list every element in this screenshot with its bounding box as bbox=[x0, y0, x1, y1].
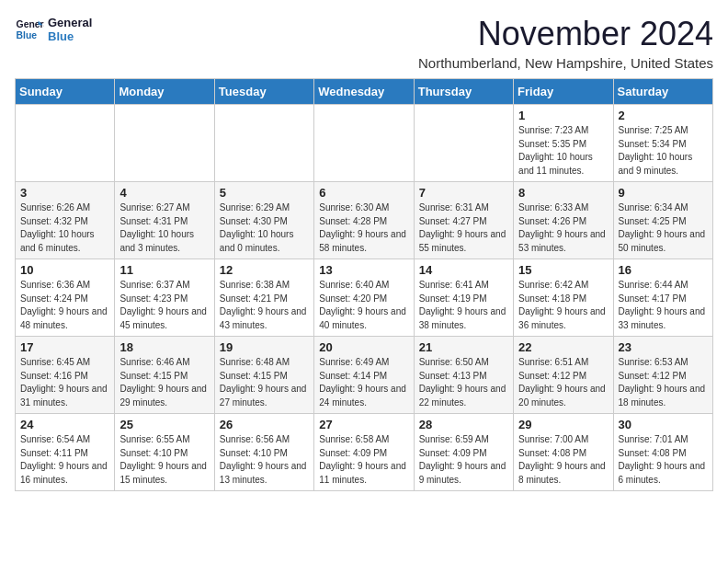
table-row: 3Sunrise: 6:26 AM Sunset: 4:32 PM Daylig… bbox=[16, 182, 115, 259]
day-info: Sunrise: 6:56 AM Sunset: 4:10 PM Dayligh… bbox=[220, 433, 309, 487]
day-info: Sunrise: 6:26 AM Sunset: 4:32 PM Dayligh… bbox=[20, 201, 109, 255]
table-row: 28Sunrise: 6:59 AM Sunset: 4:09 PM Dayli… bbox=[414, 414, 513, 491]
day-info: Sunrise: 6:46 AM Sunset: 4:15 PM Dayligh… bbox=[119, 356, 209, 409]
day-number: 1 bbox=[518, 109, 608, 122]
logo: General Blue General Blue bbox=[15, 15, 92, 44]
table-row: 19Sunrise: 6:48 AM Sunset: 4:15 PM Dayli… bbox=[214, 337, 313, 414]
day-info: Sunrise: 6:51 AM Sunset: 4:12 PM Dayligh… bbox=[518, 356, 608, 409]
day-info: Sunrise: 6:40 AM Sunset: 4:20 PM Dayligh… bbox=[319, 279, 408, 332]
day-info: Sunrise: 6:58 AM Sunset: 4:09 PM Dayligh… bbox=[319, 433, 408, 487]
day-info: Sunrise: 6:50 AM Sunset: 4:13 PM Dayligh… bbox=[419, 356, 508, 409]
day-info: Sunrise: 6:33 AM Sunset: 4:26 PM Dayligh… bbox=[518, 201, 608, 255]
table-row: 13Sunrise: 6:40 AM Sunset: 4:20 PM Dayli… bbox=[314, 259, 414, 337]
table-row: 26Sunrise: 6:56 AM Sunset: 4:10 PM Dayli… bbox=[214, 414, 313, 491]
day-info: Sunrise: 7:25 AM Sunset: 5:34 PM Dayligh… bbox=[619, 124, 708, 178]
day-info: Sunrise: 6:42 AM Sunset: 4:18 PM Dayligh… bbox=[518, 279, 608, 332]
header-sunday: Sunday bbox=[16, 79, 115, 105]
table-row: 30Sunrise: 7:01 AM Sunset: 4:08 PM Dayli… bbox=[613, 414, 712, 491]
day-number: 24 bbox=[20, 418, 109, 431]
day-info: Sunrise: 6:44 AM Sunset: 4:17 PM Dayligh… bbox=[619, 279, 708, 332]
table-row: 12Sunrise: 6:38 AM Sunset: 4:21 PM Dayli… bbox=[214, 259, 313, 337]
day-info: Sunrise: 6:41 AM Sunset: 4:19 PM Dayligh… bbox=[419, 279, 508, 332]
table-row bbox=[16, 105, 115, 182]
calendar-week-row: 24Sunrise: 6:54 AM Sunset: 4:11 PM Dayli… bbox=[16, 414, 713, 491]
calendar-body: 1Sunrise: 7:23 AM Sunset: 5:35 PM Daylig… bbox=[16, 105, 713, 491]
header-saturday: Saturday bbox=[613, 79, 712, 105]
table-row: 4Sunrise: 6:27 AM Sunset: 4:31 PM Daylig… bbox=[115, 182, 214, 259]
calendar-week-row: 10Sunrise: 6:36 AM Sunset: 4:24 PM Dayli… bbox=[16, 259, 713, 337]
table-row: 14Sunrise: 6:41 AM Sunset: 4:19 PM Dayli… bbox=[414, 259, 513, 337]
table-row: 10Sunrise: 6:36 AM Sunset: 4:24 PM Dayli… bbox=[16, 259, 115, 337]
day-info: Sunrise: 7:23 AM Sunset: 5:35 PM Dayligh… bbox=[518, 124, 608, 178]
table-row: 25Sunrise: 6:55 AM Sunset: 4:10 PM Dayli… bbox=[115, 414, 214, 491]
day-number: 13 bbox=[319, 263, 408, 277]
day-number: 10 bbox=[20, 263, 109, 277]
day-number: 27 bbox=[319, 418, 408, 431]
day-info: Sunrise: 6:55 AM Sunset: 4:10 PM Dayligh… bbox=[119, 433, 209, 487]
day-number: 11 bbox=[119, 263, 209, 277]
logo-line2: Blue bbox=[48, 29, 92, 43]
table-row: 9Sunrise: 6:34 AM Sunset: 4:25 PM Daylig… bbox=[613, 182, 712, 259]
day-number: 8 bbox=[518, 186, 608, 200]
logo-line1: General bbox=[48, 16, 92, 29]
logo-icon: General Blue bbox=[15, 15, 44, 44]
day-number: 21 bbox=[419, 340, 508, 354]
day-number: 25 bbox=[119, 418, 209, 431]
table-row: 7Sunrise: 6:31 AM Sunset: 4:27 PM Daylig… bbox=[414, 182, 513, 259]
day-info: Sunrise: 6:29 AM Sunset: 4:30 PM Dayligh… bbox=[220, 201, 309, 255]
day-number: 6 bbox=[319, 186, 408, 200]
table-row: 1Sunrise: 7:23 AM Sunset: 5:35 PM Daylig… bbox=[514, 105, 613, 182]
table-row: 5Sunrise: 6:29 AM Sunset: 4:30 PM Daylig… bbox=[214, 182, 313, 259]
table-row bbox=[115, 105, 214, 182]
day-info: Sunrise: 6:53 AM Sunset: 4:12 PM Dayligh… bbox=[619, 356, 708, 409]
title-area: November 2024 Northumberland, New Hampsh… bbox=[418, 15, 713, 71]
day-number: 14 bbox=[419, 263, 508, 277]
day-number: 3 bbox=[20, 186, 109, 200]
day-info: Sunrise: 6:37 AM Sunset: 4:23 PM Dayligh… bbox=[119, 279, 209, 332]
table-row: 22Sunrise: 6:51 AM Sunset: 4:12 PM Dayli… bbox=[514, 337, 613, 414]
day-info: Sunrise: 6:36 AM Sunset: 4:24 PM Dayligh… bbox=[20, 279, 109, 332]
day-number: 9 bbox=[619, 186, 708, 200]
header-tuesday: Tuesday bbox=[214, 79, 313, 105]
day-number: 26 bbox=[220, 418, 309, 431]
day-number: 12 bbox=[220, 263, 309, 277]
table-row: 27Sunrise: 6:58 AM Sunset: 4:09 PM Dayli… bbox=[314, 414, 414, 491]
page-header: General Blue General Blue November 2024 … bbox=[15, 15, 713, 71]
table-row: 11Sunrise: 6:37 AM Sunset: 4:23 PM Dayli… bbox=[115, 259, 214, 337]
day-number: 19 bbox=[220, 340, 309, 354]
day-number: 16 bbox=[619, 263, 708, 277]
day-number: 17 bbox=[20, 340, 109, 354]
day-number: 2 bbox=[619, 109, 708, 122]
calendar-week-row: 3Sunrise: 6:26 AM Sunset: 4:32 PM Daylig… bbox=[16, 182, 713, 259]
header-wednesday: Wednesday bbox=[314, 79, 414, 105]
day-number: 5 bbox=[220, 186, 309, 200]
day-info: Sunrise: 6:48 AM Sunset: 4:15 PM Dayligh… bbox=[220, 356, 309, 409]
table-row: 8Sunrise: 6:33 AM Sunset: 4:26 PM Daylig… bbox=[514, 182, 613, 259]
day-info: Sunrise: 6:54 AM Sunset: 4:11 PM Dayligh… bbox=[20, 433, 109, 487]
day-info: Sunrise: 6:34 AM Sunset: 4:25 PM Dayligh… bbox=[619, 201, 708, 255]
table-row bbox=[214, 105, 313, 182]
day-number: 15 bbox=[518, 263, 608, 277]
table-row: 17Sunrise: 6:45 AM Sunset: 4:16 PM Dayli… bbox=[16, 337, 115, 414]
day-info: Sunrise: 6:30 AM Sunset: 4:28 PM Dayligh… bbox=[319, 201, 408, 255]
table-row: 20Sunrise: 6:49 AM Sunset: 4:14 PM Dayli… bbox=[314, 337, 414, 414]
svg-text:Blue: Blue bbox=[17, 30, 38, 40]
day-number: 20 bbox=[319, 340, 408, 354]
day-number: 30 bbox=[619, 418, 708, 431]
day-number: 28 bbox=[419, 418, 508, 431]
day-info: Sunrise: 6:31 AM Sunset: 4:27 PM Dayligh… bbox=[419, 201, 508, 255]
day-number: 23 bbox=[619, 340, 708, 354]
location-title: Northumberland, New Hampshire, United St… bbox=[418, 55, 713, 71]
day-info: Sunrise: 6:45 AM Sunset: 4:16 PM Dayligh… bbox=[20, 356, 109, 409]
table-row: 24Sunrise: 6:54 AM Sunset: 4:11 PM Dayli… bbox=[16, 414, 115, 491]
day-info: Sunrise: 6:27 AM Sunset: 4:31 PM Dayligh… bbox=[119, 201, 209, 255]
calendar-week-row: 17Sunrise: 6:45 AM Sunset: 4:16 PM Dayli… bbox=[16, 337, 713, 414]
header-row: Sunday Monday Tuesday Wednesday Thursday… bbox=[16, 79, 713, 105]
month-title: November 2024 bbox=[418, 15, 713, 53]
day-number: 22 bbox=[518, 340, 608, 354]
table-row: 6Sunrise: 6:30 AM Sunset: 4:28 PM Daylig… bbox=[314, 182, 414, 259]
table-row: 2Sunrise: 7:25 AM Sunset: 5:34 PM Daylig… bbox=[613, 105, 712, 182]
header-monday: Monday bbox=[115, 79, 214, 105]
day-number: 18 bbox=[119, 340, 209, 354]
table-row: 29Sunrise: 7:00 AM Sunset: 4:08 PM Dayli… bbox=[514, 414, 613, 491]
